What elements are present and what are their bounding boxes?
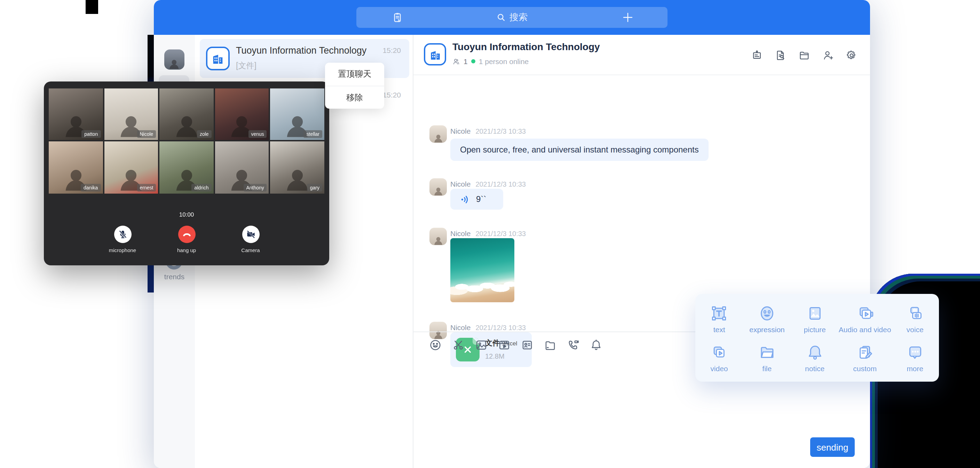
camera-off-icon [245,229,256,240]
panel-item-voice[interactable]: voice [891,299,939,339]
p-voice-icon [906,304,924,323]
chat-subtitle: 1 1 person online [452,57,529,65]
avatar[interactable] [430,125,447,143]
send-button[interactable]: sending [810,438,855,457]
gear-icon [846,50,858,61]
search-icon [496,13,506,22]
message-time: 2021/12/3 10:33 [476,324,526,332]
avatar[interactable] [430,178,447,196]
add-icon[interactable] [622,11,634,24]
p-custom-icon [856,343,874,361]
search-field[interactable]: 搜索 [356,7,668,28]
context-menu-item[interactable]: 置顶聊天 [325,63,384,86]
chat-panel: Tuoyun Information Technology 1 1 person… [414,35,870,468]
message-time: 2021/12/3 10:33 [476,230,526,238]
person-photo [432,132,444,143]
panel-item-label: video [711,364,728,372]
phone-cam-icon [566,339,580,352]
emoji-icon [429,339,442,352]
chat-title: Tuoyun Information Technology [452,41,600,52]
scissors-button[interactable] [452,339,465,352]
notice-board-button[interactable] [751,50,763,61]
p-more-icon [906,343,924,361]
group-avatar[interactable] [424,43,446,65]
p-video-icon [710,343,729,361]
participant-name: patton [81,130,100,138]
gear-button[interactable] [846,50,858,61]
id-card-icon [520,339,534,352]
phone-cam-button[interactable] [566,339,580,352]
voice-message-bubble[interactable]: 9`` [450,189,503,209]
panel-item-label: picture [804,325,826,334]
participant-tile: Nicole [104,88,158,140]
image-button[interactable] [475,339,488,352]
folder-button[interactable] [798,50,810,61]
online-dot [471,59,476,63]
p-text-icon [710,304,729,323]
message-meta: Nicole2021/12/3 10:33 [450,229,526,238]
person-add-button[interactable] [822,50,834,61]
clapper-button[interactable] [498,339,511,352]
message-list: Nicole2021/12/3 10:33 Open source, free,… [414,75,860,332]
folder2-icon [544,339,557,352]
my-avatar[interactable] [164,50,185,70]
conversation-title: Tuoyun Information Technology [236,45,375,56]
scissors-icon [452,339,465,352]
participant-name: stellar [304,130,322,138]
mic-off-icon [117,229,128,240]
panel-item-text[interactable]: text [695,299,743,339]
camera-off-button[interactable]: Camera [231,226,271,254]
search-bar[interactable]: 搜索 [356,7,668,28]
search-placeholder: 搜索 [509,11,528,24]
panel-item-label: more [907,364,923,372]
avatar[interactable] [430,228,447,245]
chat-header-actions [751,50,858,61]
panel-item-file[interactable]: file [743,339,791,377]
participant-name: venus [248,130,267,138]
panel-item-picture[interactable]: picture [791,299,839,339]
participant-name: ernest [137,184,156,192]
participant-tile: patton [49,88,103,140]
participant-tile: ernest [104,141,158,193]
avatar[interactable] [430,322,447,339]
chat-header: Tuoyun Information Technology 1 1 person… [414,35,870,75]
id-card-button[interactable] [520,339,534,352]
panel-item-video[interactable]: video [695,339,743,377]
panel-item-Audio-and-video[interactable]: Audio and video [839,299,891,339]
panel-item-more[interactable]: more [891,339,939,377]
person-photo [432,328,444,339]
building-icon [428,48,442,61]
participant-grid: pattonNicolezolevenusstellardanikaernest… [49,88,325,193]
context-menu-item[interactable]: 移除 [325,86,384,109]
panel-item-notice[interactable]: notice [791,339,839,377]
mic-off-button[interactable]: microphone [102,226,143,254]
bell-button[interactable] [590,339,603,352]
members-icon [452,58,460,65]
panel-item-custom[interactable]: custom [839,339,891,377]
doc-search-button[interactable] [775,50,786,61]
hang-up-button[interactable]: hang up [166,226,207,254]
call-controls: microphone hang up Camera [44,226,329,254]
folder2-button[interactable] [544,339,557,352]
file-size: 12.8M [485,352,504,360]
panel-item-label: Audio and video [839,325,891,334]
person-photo [432,185,444,196]
message-time: 2021/12/3 10:33 [476,180,526,188]
participant-tile: stellar [270,88,325,140]
background-decoration [86,0,98,14]
group-avatar [206,47,230,70]
person-photo [167,57,182,70]
trends-label: trends [154,272,195,281]
emoji-button[interactable] [429,339,442,352]
image-message[interactable] [450,238,514,302]
online-status: 1 person online [479,57,529,65]
message-type-panel: text expression picture Audio and video … [695,294,939,382]
member-count: 1 [463,57,468,65]
panel-item-label: custom [853,364,877,372]
control-label: microphone [109,247,136,254]
message-meta: Nicole2021/12/3 10:33 [450,323,526,332]
p-file-icon [758,343,776,361]
panel-item-expression[interactable]: expression [743,299,791,339]
participant-name: gary [307,184,322,192]
panel-item-label: text [713,325,725,334]
